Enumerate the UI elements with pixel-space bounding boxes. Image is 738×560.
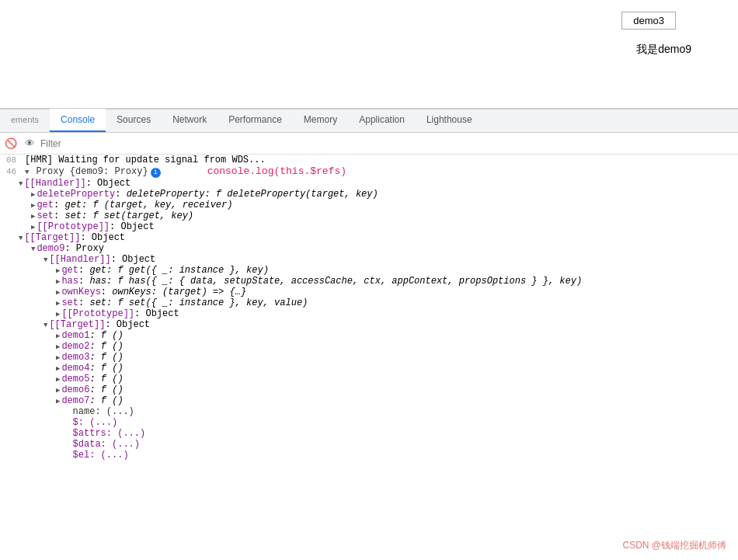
ownkeys-prop-toggle[interactable]	[56, 287, 60, 297]
tab-lighthouse[interactable]: Lighthouse	[416, 109, 483, 132]
filter-input[interactable]	[40, 138, 735, 149]
demo3-toggle[interactable]	[56, 352, 60, 363]
demo3-button[interactable]: demo3	[621, 12, 676, 30]
tab-network[interactable]: Network	[162, 109, 218, 132]
target2-line: [[Target]] : Object	[0, 319, 738, 330]
tab-sources[interactable]: Sources	[106, 109, 162, 132]
demo7-line: demo7 : f ()	[0, 395, 738, 406]
name-prop-line: name: (...)	[0, 406, 738, 417]
delete-prop-toggle[interactable]	[31, 189, 35, 200]
demo9-text: 我是demo9	[636, 43, 691, 57]
dollar-prop-line: $: (...)	[0, 417, 738, 428]
get2-prop-toggle[interactable]	[56, 265, 60, 276]
has-prop-line: has : has: f has({ _: { data, setupState…	[0, 276, 738, 287]
demo2-toggle[interactable]	[56, 341, 60, 352]
handler-line: [[Handler]] : Object	[0, 178, 738, 189]
has-prop-toggle[interactable]	[56, 276, 60, 287]
prototype1-toggle[interactable]	[31, 221, 35, 232]
demo4-toggle[interactable]	[56, 363, 60, 374]
prototype2-toggle[interactable]	[56, 308, 60, 319]
console-output: 08 [HMR] Waiting for update signal from …	[0, 155, 738, 560]
demo4-line: demo4 : f ()	[0, 363, 738, 374]
set2-prop-line: set : set: f set({ _: instance }, key, v…	[0, 297, 738, 308]
demo5-line: demo5 : f ()	[0, 374, 738, 384]
prototype1-line: [[Prototype]] : Object	[0, 221, 738, 232]
devtools-panel: ements Console Sources Network Performan…	[0, 109, 738, 560]
tab-elements[interactable]: ements	[0, 109, 50, 132]
target-toggle[interactable]	[19, 232, 23, 243]
demo6-toggle[interactable]	[56, 384, 60, 395]
csdn-watermark: CSDN @钱端挖掘机师傅	[622, 539, 726, 552]
prototype2-line: [[Prototype]] : Object	[0, 308, 738, 319]
hmr-line: 08 [HMR] Waiting for update signal from …	[0, 155, 738, 165]
handler-toggle[interactable]	[19, 178, 23, 189]
set2-prop-toggle[interactable]	[56, 297, 60, 308]
tab-application[interactable]: Application	[348, 109, 416, 132]
no-entry-icon[interactable]: 🚫	[3, 136, 19, 151]
set-prop-toggle[interactable]	[31, 210, 35, 221]
dollar-el-line: $el: (...)	[0, 450, 738, 461]
target2-toggle[interactable]	[44, 319, 47, 330]
ownkeys-prop-line: ownKeys : ownKeys: (target) => {…}	[0, 287, 738, 297]
console-toolbar: 🚫 👁	[0, 133, 738, 155]
get-prop-line: get : get: f (target, key, receiver)	[0, 200, 738, 210]
demo2-line: demo2 : f ()	[0, 341, 738, 352]
demo6-line: demo6 : f ()	[0, 384, 738, 395]
tab-performance[interactable]: Performance	[218, 109, 293, 132]
proxy-line: 46 Proxy {demo9: Proxy} i console.log(th…	[0, 165, 738, 178]
eye-icon[interactable]: 👁	[22, 136, 37, 151]
demo9-proxy-toggle[interactable]	[31, 243, 35, 254]
tab-bar: ements Console Sources Network Performan…	[0, 110, 738, 133]
delete-prop-line: deleteProperty : deleteProperty: f delet…	[0, 189, 738, 200]
tab-memory[interactable]: Memory	[293, 109, 348, 132]
page-area: demo3 我是demo9	[0, 0, 738, 109]
target-line: [[Target]] : Object	[0, 232, 738, 243]
dollar-data-line: $data: (...)	[0, 439, 738, 450]
dollar-attrs-line: $attrs: (...)	[0, 428, 738, 439]
demo1-toggle[interactable]	[56, 330, 60, 341]
demo9-proxy-line: demo9 : Proxy	[0, 243, 738, 254]
demo5-toggle[interactable]	[56, 374, 60, 384]
demo3-line: demo3 : f ()	[0, 352, 738, 363]
get-prop-toggle[interactable]	[31, 200, 35, 210]
demo7-toggle[interactable]	[56, 395, 60, 406]
set-prop-line: set : set: f set(target, key)	[0, 210, 738, 221]
tab-console[interactable]: Console	[50, 109, 106, 132]
proxy-toggle[interactable]	[25, 166, 29, 177]
get2-prop-line: get : get: f get({ _: instance }, key)	[0, 265, 738, 276]
demo1-line: demo1 : f ()	[0, 330, 738, 341]
info-icon: i	[151, 168, 161, 178]
handler2-toggle[interactable]	[44, 254, 47, 265]
handler2-line: [[Handler]] : Object	[0, 254, 738, 265]
